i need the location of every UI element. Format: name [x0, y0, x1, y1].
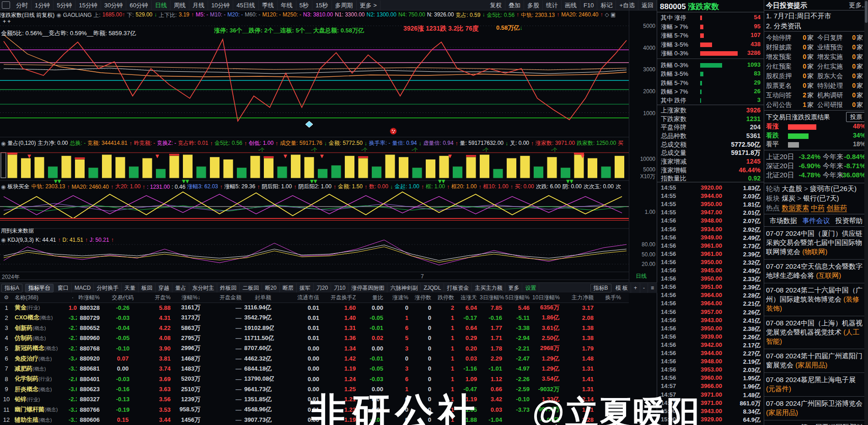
indicator-tab-涨停基因附图[interactable]: 涨停基因附图 — [348, 283, 387, 293]
tick-row[interactable]: 14:563950.002.32亿 — [657, 259, 764, 267]
indicator-tab-刀20[interactable]: 刀20 — [314, 283, 331, 293]
header-cell[interactable]: 名称(368) — [13, 294, 69, 302]
table-header[interactable]: ⚙名称(368)·昨涨幅%交易代码开盘%涨幅%↓开盘金额封单额流通市值开盘换手Z… — [0, 292, 629, 303]
notice-item[interactable]: 2. 分类资讯 — [766, 22, 801, 31]
indicator-tab-指标A[interactable]: 指标A — [1, 284, 22, 292]
header-cell[interactable]: 涨速% — [386, 294, 411, 302]
header-cell[interactable]: 开盘金额 — [203, 294, 244, 302]
tick-row[interactable]: 14:563945.002.49亿 — [657, 267, 764, 275]
indicator-right-指标B[interactable]: 指标B — [590, 284, 611, 292]
tick-row[interactable]: 14:563957.002.26亿 — [657, 308, 764, 317]
header-cell[interactable]: · — [69, 294, 77, 301]
header-cell[interactable]: 开盘换手Z — [322, 294, 359, 302]
indicator-tab-二板回[interactable]: 二板回 — [240, 283, 262, 293]
tick-row[interactable]: 14:563961.002.39亿 — [657, 250, 764, 259]
tick-row[interactable]: 14:563950.002.38亿 — [657, 325, 764, 333]
scrollbar-thumb[interactable] — [865, 1, 868, 23]
header-cell[interactable]: 封单额 — [244, 294, 274, 302]
tick-row[interactable]: 14:563942.002.17亿 — [657, 341, 764, 350]
indicator-tab-分时换手[interactable]: 分时换手 — [94, 283, 122, 293]
indicator-tab-设置[interactable]: 设置 — [522, 283, 539, 293]
header-cell[interactable]: 开盘% — [146, 294, 173, 302]
table-row[interactable]: 4仿制药(概念)-2.75880960-0.054.082795万—11711.… — [0, 333, 629, 343]
indicator-tab-窗口[interactable]: 窗口 — [55, 283, 72, 293]
news-tab-投资帮助[interactable]: 投资帮助 — [836, 217, 863, 224]
news-more-button[interactable]: 更多.. — [849, 1, 865, 10]
event-item[interactable]: 07-08 2024第二十六届中国（广州）国际建筑装饰博览会 (装修装饰) — [764, 283, 868, 316]
header-cell[interactable]: 10日涨幅% — [532, 294, 562, 302]
header-cell[interactable]: 涨幅%↓ — [173, 294, 203, 302]
indicator-tab-援军[interactable]: 援军 — [297, 283, 314, 293]
header-cell[interactable]: 3日涨幅% — [480, 294, 505, 302]
header-cell[interactable]: 主力净额 — [562, 294, 596, 302]
indicator-tab-板回[interactable]: 板回 — [139, 283, 155, 293]
indicator-tab-主买主力额[interactable]: 主买主力额 — [472, 283, 505, 293]
event-item[interactable]: 07-08 2024广州国际卫浴博览会 (家居用品) — [764, 397, 868, 420]
news-tab-市场数据[interactable]: 市场数据 — [770, 217, 797, 224]
tick-row[interactable]: 14:563939.002.26亿 — [657, 333, 764, 341]
indicator-tab-刀10[interactable]: 刀10 — [331, 283, 348, 293]
table-row[interactable]: 8化学制药(行业)-2.08880401-0.033.695203万—13790… — [0, 374, 629, 384]
table-row[interactable]: 3创新药(概念)-2.71880652-0.044.225863万—19102.… — [0, 323, 629, 333]
indicator-tab-东分时主[interactable]: 东分时主 — [189, 283, 217, 293]
header-cell[interactable]: 量比 — [359, 294, 386, 302]
indicator-tab-MACD[interactable]: MACD — [72, 283, 94, 293]
event-item[interactable]: 07-08 2024第十四届广州遮阳门窗展览会 (家居用品) — [764, 349, 868, 373]
indicator-tab-打板资金[interactable]: 打板资金 — [444, 283, 472, 293]
tick-row[interactable]: 14:563948.002.19亿 — [657, 358, 764, 366]
header-cell[interactable]: 涨停数 — [411, 294, 434, 302]
table-row[interactable]: 2CXO概念(概念)-3.22880729-0.034.313173万—3542… — [0, 313, 629, 323]
tick-row[interactable]: 14:563934.002.92亿 — [657, 226, 764, 234]
event-item[interactable]: 07-08 2024第22届亚洲国际塑料橡胶工业展览会 (塑料) — [764, 420, 868, 425]
toolbar-button-返回[interactable]: 返回 — [638, 0, 657, 10]
indicator-right-≡[interactable]: ≡ — [648, 283, 657, 293]
table-row[interactable]: 5新冠药概念(概念)-2.78880768-0.103.902996万—8707… — [0, 343, 629, 353]
indicator-right-+[interactable]: + — [631, 283, 640, 293]
table-row[interactable]: 6免疫治疗(概念)-3.478809200.073.811468万—4462.3… — [0, 354, 629, 364]
indicator-tab-量占[interactable]: 量占 — [172, 283, 189, 293]
header-cell[interactable]: 5日涨幅% — [505, 294, 532, 302]
header-cell[interactable]: ⚙ — [0, 294, 13, 301]
tick-row[interactable]: 14:563961.002.73亿 — [657, 242, 764, 250]
tick-row[interactable]: 14:553944.002.03亿 — [657, 192, 764, 201]
indicator-right--[interactable]: - — [640, 283, 648, 293]
tick-row[interactable]: 14:563948.002.07亿 — [657, 217, 764, 225]
tick-row[interactable]: 14:553920.001.83亿 — [657, 184, 764, 192]
header-cell[interactable]: 昨涨幅% — [77, 294, 102, 302]
indicator-tab-指标平台[interactable]: 指标平台 — [25, 284, 54, 292]
tick-row[interactable]: 14:563951.002.39亿 — [657, 283, 764, 292]
event-item[interactable]: 07-08 2024慕尼黑上海电子展 (元器件) — [764, 373, 868, 397]
indicator-tab-更多[interactable]: 更多 — [505, 283, 522, 293]
event-item[interactable]: 07-07 2024空天信息大会暨数字地球生态峰会将 (互联网) — [764, 260, 868, 283]
tick-row[interactable]: 14:563950.002.33亿 — [657, 275, 764, 283]
indicator-tab-六脉神剑副[interactable]: 六脉神剑副 — [387, 283, 421, 293]
header-cell[interactable]: 交易代码 — [102, 294, 146, 302]
tick-row[interactable]: 14:563960.001.95亿 — [657, 374, 764, 382]
table-row[interactable]: 7减肥药(概念)-3.118806810.003.741483万—6844.18… — [0, 364, 629, 374]
vote-button[interactable]: 投票 — [846, 112, 866, 122]
event-item[interactable]: 07-07 2024中国（厦门）供应链采购交易会暨第七届中国国际物联网博览会 (… — [764, 227, 868, 260]
right-scrollbar[interactable] — [864, 0, 868, 425]
tick-row[interactable]: 14:553947.002.01亿 — [657, 209, 764, 217]
indicator-tab-天量[interactable]: 天量 — [122, 283, 139, 293]
news-tab-事件会议[interactable]: 事件会议 — [803, 217, 830, 224]
header-cell[interactable]: 换手% — [596, 294, 624, 302]
notice-item[interactable]: 1. 7月7日:周日不开市 — [766, 12, 831, 21]
tick-row[interactable]: 14:563964.002.21亿 — [657, 300, 764, 308]
header-cell[interactable]: 跌停数 — [434, 294, 457, 302]
header-cell[interactable]: 流通市值 — [274, 294, 322, 302]
indicator-right-模 板[interactable]: 模 板 — [613, 283, 631, 293]
tick-row[interactable]: 14:563949.002.49亿 — [657, 234, 764, 242]
table-row[interactable]: 1黄金(行业)1.05880328-0.265.883161万—3116.94亿… — [0, 303, 629, 313]
tick-row[interactable]: 14:563964.002.28亿 — [657, 292, 764, 300]
indicator-tab-炸板回[interactable]: 炸板回 — [217, 283, 240, 293]
tick-row[interactable]: 14:573966.001.96亿 — [657, 382, 764, 391]
indicator-tab-断层[interactable]: 断层 — [280, 283, 297, 293]
indicator-tab-穿越[interactable]: 穿越 — [155, 283, 172, 293]
tick-row[interactable]: 14:553950.001.81亿 — [657, 201, 764, 209]
header-cell[interactable]: 连涨天 — [457, 294, 480, 302]
tick-row[interactable]: 14:563943.002.41亿 — [657, 317, 764, 325]
hot-row[interactable]: 热点 数据要素中药创新药 — [766, 204, 849, 212]
tick-row[interactable]: 14:563953.002.03亿 — [657, 366, 764, 374]
indicator-tab-断20[interactable]: 断20 — [262, 283, 279, 293]
